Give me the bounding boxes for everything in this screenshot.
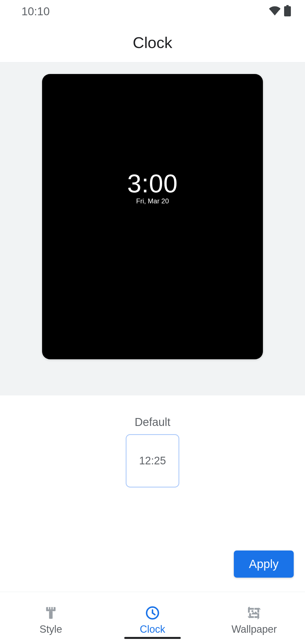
nav-label: Wallpaper — [232, 623, 277, 635]
status-icons — [269, 5, 291, 18]
status-bar: 10:10 — [0, 0, 305, 23]
wifi-icon — [269, 5, 281, 18]
apply-button[interactable]: Apply — [234, 551, 294, 578]
clock-icon — [145, 606, 160, 620]
gesture-bar[interactable] — [124, 637, 181, 639]
clock-option-default[interactable]: 12:25 — [126, 434, 179, 488]
nav-label: Style — [40, 623, 62, 635]
wallpaper-icon — [247, 606, 261, 620]
preview-time: 3:00 — [127, 169, 178, 198]
clock-preview-card[interactable]: 3:00 Fri, Mar 20 — [42, 74, 263, 359]
svg-point-8 — [252, 610, 253, 612]
preview-date: Fri, Mar 20 — [127, 197, 178, 205]
battery-icon — [284, 5, 291, 18]
nav-tab-clock[interactable]: Clock — [102, 592, 203, 644]
brush-icon — [44, 606, 58, 620]
page-title: Clock — [133, 33, 172, 52]
app-header: Clock — [0, 23, 305, 62]
nav-tab-style[interactable]: Style — [0, 592, 102, 644]
status-time: 10:10 — [21, 5, 50, 18]
thumbnail-time: 12:25 — [139, 455, 166, 467]
svg-rect-4 — [49, 611, 53, 619]
bottom-nav: Style Clock Wallpaper — [0, 592, 305, 644]
preview-area: 3:00 Fri, Mar 20 — [0, 62, 305, 395]
clock-options: Default 12:25 — [0, 395, 305, 488]
nav-label: Clock — [140, 623, 165, 635]
option-label: Default — [135, 416, 171, 428]
svg-line-7 — [152, 613, 155, 615]
nav-tab-wallpaper[interactable]: Wallpaper — [203, 592, 305, 644]
